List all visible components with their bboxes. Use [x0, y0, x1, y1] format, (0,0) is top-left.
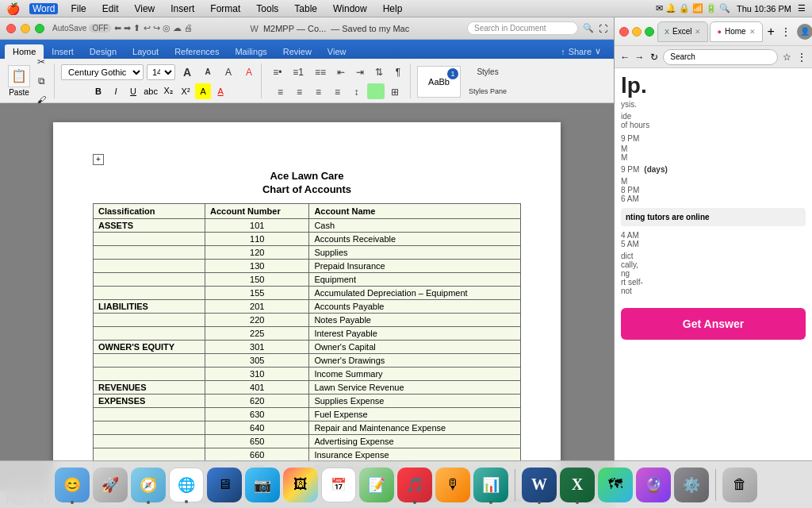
refresh-button[interactable]: ↻ — [649, 49, 660, 65]
font-grow-button[interactable]: A — [178, 64, 196, 81]
browser-maximize-button[interactable] — [645, 27, 654, 37]
dock-calendar[interactable]: 📅 — [321, 468, 356, 502]
numbering-button[interactable]: ≡1 — [288, 64, 308, 81]
borders-button[interactable]: ⊞ — [386, 83, 404, 101]
menu-edit[interactable]: Edit — [99, 3, 122, 14]
fullscreen-button[interactable]: ⛶ — [599, 24, 607, 33]
dock-notes[interactable]: 📝 — [359, 468, 394, 502]
word-window: AutoSave OFF ⬅ ➡ ⬆ ↩ ↪ ◎ ☁ 🖨 W M2MPP — C… — [0, 17, 615, 508]
paste-label[interactable]: Paste — [9, 88, 29, 97]
cut-button[interactable]: ✂ — [32, 53, 51, 71]
tab-mailings[interactable]: Mailings — [227, 44, 274, 59]
multilevel-button[interactable]: ≡≡ — [310, 64, 331, 81]
menu-view[interactable]: View — [131, 3, 158, 14]
browser-close-button[interactable] — [619, 27, 629, 37]
close-button[interactable] — [6, 24, 16, 33]
autosave-toggle[interactable]: OFF — [89, 24, 111, 33]
increase-indent-button[interactable]: ⇥ — [351, 64, 369, 81]
superscript-button[interactable]: X² — [178, 83, 193, 99]
font-color-button[interactable]: A — [213, 83, 228, 99]
font-shrink-button[interactable]: A — [199, 64, 216, 81]
line-spacing-button[interactable]: ↕ — [348, 83, 366, 101]
dock-finder[interactable]: 😊 — [55, 468, 90, 502]
dock-excel[interactable]: X — [560, 468, 595, 502]
strikethrough-button[interactable]: abc — [143, 83, 159, 99]
menu-format[interactable]: Format — [207, 3, 243, 14]
dock-launchpad[interactable]: 🚀 — [93, 468, 128, 502]
back-button[interactable]: ← — [619, 49, 630, 65]
justify-button[interactable]: ≡ — [329, 83, 347, 101]
browser-more-button[interactable]: ⋮ — [796, 49, 807, 65]
table-row: EXPENSES620Supplies Expense — [94, 394, 521, 408]
align-right-button[interactable]: ≡ — [310, 83, 327, 101]
show-marks-button[interactable]: ¶ — [389, 64, 407, 81]
search-input[interactable]: Search in Document — [467, 21, 578, 35]
menu-window[interactable]: Window — [330, 3, 370, 14]
dock-messages[interactable]: 🎙 — [435, 468, 470, 502]
menu-file[interactable]: File — [67, 3, 89, 14]
tab-references[interactable]: References — [167, 44, 227, 59]
dock-word[interactable]: W — [522, 468, 557, 502]
dock-music[interactable]: 🎵 — [397, 468, 432, 502]
browser-settings-icon[interactable]: ⋮ — [778, 24, 794, 40]
tab-layout[interactable]: Layout — [124, 44, 167, 59]
apple-menu[interactable]: 🍎 — [6, 2, 20, 15]
dock-chrome[interactable]: 🌐 — [169, 468, 204, 502]
home-tab-close[interactable]: ✕ — [749, 28, 756, 36]
cell-classification — [94, 421, 205, 435]
dock-maps[interactable]: 🗺 — [598, 468, 633, 502]
expand-button[interactable]: + — [93, 154, 104, 165]
zoom-button[interactable]: 🔍 — [583, 23, 594, 33]
font-family-select[interactable]: Century Gothic — [61, 64, 144, 80]
minimize-button[interactable] — [21, 24, 30, 33]
bullets-button[interactable]: ≡• — [268, 64, 286, 81]
forward-button[interactable]: → — [634, 49, 645, 65]
menu-word[interactable]: Word — [29, 3, 58, 14]
highlight-button[interactable]: A — [195, 83, 211, 99]
tab-design[interactable]: Design — [82, 44, 124, 59]
copy-button[interactable]: ⧉ — [32, 72, 51, 90]
word-toolbar: 📋 Paste ✂ ⧉ 🖌 Century Gothic 14 — [0, 59, 614, 103]
styles-button[interactable]: Styles — [472, 64, 503, 81]
cell-number: 101 — [205, 219, 309, 233]
new-tab-button[interactable]: + — [768, 25, 775, 39]
decrease-indent-button[interactable]: ⇤ — [332, 64, 350, 81]
dock-app3[interactable]: 🔮 — [636, 468, 671, 502]
browser-profile-icon[interactable]: 👤 — [797, 24, 812, 40]
share-button[interactable]: ↑ Share ∨ — [553, 44, 609, 59]
tab-review[interactable]: Review — [275, 44, 320, 59]
get-answer-button[interactable]: Get Answer — [621, 308, 806, 340]
browser-tab-home[interactable]: ● Home ✕ — [710, 21, 762, 42]
maximize-button[interactable] — [35, 24, 44, 33]
align-left-button[interactable]: ≡ — [272, 83, 289, 101]
dock-settings[interactable]: ⚙️ — [674, 468, 709, 502]
tab-view[interactable]: View — [320, 44, 354, 59]
italic-button[interactable]: I — [108, 83, 124, 99]
word-page: + Ace Lawn Care Chart of Accounts Classi… — [53, 122, 561, 491]
address-bar[interactable] — [663, 49, 778, 65]
menu-table[interactable]: Table — [291, 3, 320, 14]
clear-format-button[interactable]: A — [220, 64, 237, 81]
subscript-button[interactable]: X₂ — [160, 83, 176, 99]
styles-pane-button[interactable]: Styles Pane — [464, 83, 511, 100]
dock-safari[interactable]: 🧭 — [131, 468, 166, 502]
underline-button[interactable]: U — [125, 83, 141, 99]
text-effects-button[interactable]: A — [240, 64, 258, 81]
dock-mail[interactable]: 📊 — [473, 468, 508, 502]
excel-tab-close[interactable]: ✕ — [695, 28, 701, 36]
browser-minimize-button[interactable] — [632, 27, 642, 37]
menu-tools[interactable]: Tools — [253, 3, 282, 14]
browser-tab-excel[interactable]: X Excel ✕ — [657, 21, 708, 42]
star-button[interactable]: ☆ — [781, 49, 792, 65]
menu-help[interactable]: Help — [380, 3, 406, 14]
dock-photos[interactable]: 🖼 — [283, 468, 318, 502]
sort-button[interactable]: ⇅ — [370, 64, 388, 81]
dock-app1[interactable]: 🖥 — [207, 468, 242, 502]
font-size-select[interactable]: 14 — [147, 64, 175, 80]
shading-button[interactable] — [367, 83, 385, 99]
dock-trash[interactable]: 🗑 — [722, 468, 757, 502]
align-center-button[interactable]: ≡ — [291, 83, 308, 101]
bold-button[interactable]: B — [90, 83, 106, 99]
dock-app2[interactable]: 📷 — [245, 468, 280, 502]
menu-insert[interactable]: Insert — [167, 3, 197, 14]
